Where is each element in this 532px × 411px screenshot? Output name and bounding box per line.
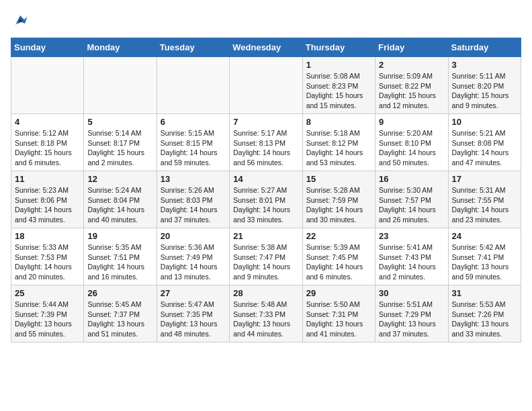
weekday-header-row: SundayMondayTuesdayWednesdayThursdayFrid… [11,38,521,57]
day-number: 29 [306,288,371,298]
calendar-cell [11,57,84,114]
day-number: 14 [233,174,298,184]
day-info: Sunrise: 5:09 AM Sunset: 8:22 PM Dayligh… [379,71,444,111]
day-info: Sunrise: 5:39 AM Sunset: 7:45 PM Dayligh… [306,242,371,282]
day-number: 8 [306,117,371,127]
calendar-week-row: 4Sunrise: 5:12 AM Sunset: 8:18 PM Daylig… [11,114,521,171]
calendar-cell: 9Sunrise: 5:20 AM Sunset: 8:10 PM Daylig… [375,114,448,171]
calendar-cell: 13Sunrise: 5:26 AM Sunset: 8:03 PM Dayli… [157,171,229,228]
day-number: 25 [15,288,80,298]
logo-icon [11,11,30,30]
calendar-cell: 23Sunrise: 5:41 AM Sunset: 7:43 PM Dayli… [375,228,448,285]
calendar-cell: 25Sunrise: 5:44 AM Sunset: 7:39 PM Dayli… [11,285,84,342]
calendar-cell: 14Sunrise: 5:27 AM Sunset: 8:01 PM Dayli… [230,171,302,228]
calendar-cell [230,57,302,114]
weekday-header: Saturday [448,38,521,57]
calendar-cell: 29Sunrise: 5:50 AM Sunset: 7:31 PM Dayli… [302,285,375,342]
day-number: 26 [87,288,152,298]
day-info: Sunrise: 5:11 AM Sunset: 8:20 PM Dayligh… [452,71,517,111]
calendar-week-row: 11Sunrise: 5:23 AM Sunset: 8:06 PM Dayli… [11,171,521,228]
day-number: 24 [452,231,517,241]
calendar-cell: 5Sunrise: 5:14 AM Sunset: 8:17 PM Daylig… [84,114,157,171]
day-info: Sunrise: 5:31 AM Sunset: 7:55 PM Dayligh… [452,185,517,225]
day-info: Sunrise: 5:14 AM Sunset: 8:17 PM Dayligh… [87,128,152,168]
day-info: Sunrise: 5:08 AM Sunset: 8:23 PM Dayligh… [306,71,371,111]
day-info: Sunrise: 5:21 AM Sunset: 8:08 PM Dayligh… [452,128,517,168]
day-number: 18 [15,231,80,241]
calendar-cell: 31Sunrise: 5:53 AM Sunset: 7:26 PM Dayli… [448,285,521,342]
day-number: 5 [87,117,152,127]
day-info: Sunrise: 5:47 AM Sunset: 7:35 PM Dayligh… [161,300,226,339]
day-info: Sunrise: 5:44 AM Sunset: 7:39 PM Dayligh… [15,300,80,339]
day-number: 21 [233,231,298,241]
calendar-cell: 18Sunrise: 5:33 AM Sunset: 7:53 PM Dayli… [11,228,84,285]
day-info: Sunrise: 5:18 AM Sunset: 8:12 PM Dayligh… [306,128,371,168]
day-info: Sunrise: 5:26 AM Sunset: 8:03 PM Dayligh… [161,185,226,225]
calendar-cell: 15Sunrise: 5:28 AM Sunset: 7:59 PM Dayli… [302,171,375,228]
day-number: 10 [452,117,517,127]
calendar-cell: 1Sunrise: 5:08 AM Sunset: 8:23 PM Daylig… [302,57,375,114]
calendar-cell: 17Sunrise: 5:31 AM Sunset: 7:55 PM Dayli… [448,171,521,228]
weekday-header: Thursday [302,38,375,57]
day-number: 13 [161,174,226,184]
calendar-cell: 2Sunrise: 5:09 AM Sunset: 8:22 PM Daylig… [375,57,448,114]
page-header [11,11,521,30]
day-info: Sunrise: 5:12 AM Sunset: 8:18 PM Dayligh… [15,128,80,168]
day-number: 12 [87,174,152,184]
calendar-cell: 16Sunrise: 5:30 AM Sunset: 7:57 PM Dayli… [375,171,448,228]
day-info: Sunrise: 5:17 AM Sunset: 8:13 PM Dayligh… [233,128,298,168]
calendar-cell: 8Sunrise: 5:18 AM Sunset: 8:12 PM Daylig… [302,114,375,171]
day-number: 20 [161,231,226,241]
day-number: 28 [233,288,298,298]
day-info: Sunrise: 5:53 AM Sunset: 7:26 PM Dayligh… [452,300,517,339]
calendar-week-row: 18Sunrise: 5:33 AM Sunset: 7:53 PM Dayli… [11,228,521,285]
day-number: 1 [306,60,371,70]
day-info: Sunrise: 5:45 AM Sunset: 7:37 PM Dayligh… [87,300,152,339]
day-info: Sunrise: 5:41 AM Sunset: 7:43 PM Dayligh… [379,242,444,282]
weekday-header: Tuesday [157,38,229,57]
day-number: 31 [452,288,517,298]
weekday-header: Wednesday [230,38,302,57]
day-info: Sunrise: 5:35 AM Sunset: 7:51 PM Dayligh… [87,242,152,282]
day-number: 6 [161,117,226,127]
day-number: 17 [452,174,517,184]
calendar-cell: 7Sunrise: 5:17 AM Sunset: 8:13 PM Daylig… [230,114,302,171]
calendar-cell: 10Sunrise: 5:21 AM Sunset: 8:08 PM Dayli… [448,114,521,171]
calendar-cell: 24Sunrise: 5:42 AM Sunset: 7:41 PM Dayli… [448,228,521,285]
calendar-cell: 26Sunrise: 5:45 AM Sunset: 7:37 PM Dayli… [84,285,157,342]
calendar-cell: 12Sunrise: 5:24 AM Sunset: 8:04 PM Dayli… [84,171,157,228]
day-info: Sunrise: 5:28 AM Sunset: 7:59 PM Dayligh… [306,185,371,225]
day-number: 23 [379,231,444,241]
day-number: 16 [379,174,444,184]
day-number: 4 [15,117,80,127]
calendar-cell: 3Sunrise: 5:11 AM Sunset: 8:20 PM Daylig… [448,57,521,114]
weekday-header: Monday [84,38,157,57]
day-info: Sunrise: 5:38 AM Sunset: 7:47 PM Dayligh… [233,242,298,282]
calendar-week-row: 25Sunrise: 5:44 AM Sunset: 7:39 PM Dayli… [11,285,521,342]
weekday-header: Friday [375,38,448,57]
calendar-cell: 19Sunrise: 5:35 AM Sunset: 7:51 PM Dayli… [84,228,157,285]
calendar-cell: 21Sunrise: 5:38 AM Sunset: 7:47 PM Dayli… [230,228,302,285]
calendar-cell: 27Sunrise: 5:47 AM Sunset: 7:35 PM Dayli… [157,285,229,342]
calendar-cell: 20Sunrise: 5:36 AM Sunset: 7:49 PM Dayli… [157,228,229,285]
calendar-cell: 30Sunrise: 5:51 AM Sunset: 7:29 PM Dayli… [375,285,448,342]
calendar-cell: 6Sunrise: 5:15 AM Sunset: 8:15 PM Daylig… [157,114,229,171]
day-info: Sunrise: 5:48 AM Sunset: 7:33 PM Dayligh… [233,300,298,339]
day-info: Sunrise: 5:50 AM Sunset: 7:31 PM Dayligh… [306,300,371,339]
calendar-cell: 28Sunrise: 5:48 AM Sunset: 7:33 PM Dayli… [230,285,302,342]
day-info: Sunrise: 5:24 AM Sunset: 8:04 PM Dayligh… [87,185,152,225]
day-number: 19 [87,231,152,241]
day-number: 15 [306,174,371,184]
calendar-cell [84,57,157,114]
day-info: Sunrise: 5:42 AM Sunset: 7:41 PM Dayligh… [452,242,517,282]
day-info: Sunrise: 5:33 AM Sunset: 7:53 PM Dayligh… [15,242,80,282]
logo [11,11,32,30]
day-info: Sunrise: 5:51 AM Sunset: 7:29 PM Dayligh… [379,300,444,339]
day-number: 9 [379,117,444,127]
day-number: 30 [379,288,444,298]
day-info: Sunrise: 5:15 AM Sunset: 8:15 PM Dayligh… [161,128,226,168]
day-info: Sunrise: 5:36 AM Sunset: 7:49 PM Dayligh… [161,242,226,282]
day-number: 2 [379,60,444,70]
calendar-cell: 11Sunrise: 5:23 AM Sunset: 8:06 PM Dayli… [11,171,84,228]
weekday-header: Sunday [11,38,84,57]
